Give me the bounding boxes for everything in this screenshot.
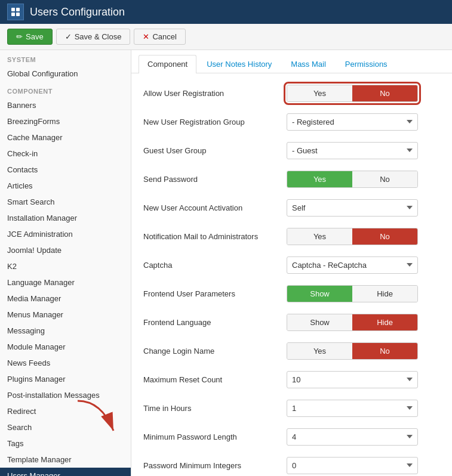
sidebar-item-joomla-update[interactable]: Joomla! Update <box>0 242 131 258</box>
toggle-send-password[interactable]: Yes No <box>287 171 418 188</box>
sidebar-item-media-manager[interactable]: Media Manager <box>0 290 131 307</box>
field-frontend-language: Frontend Language Show Hide <box>143 312 440 332</box>
content-area: Component User Notes History Mass Mail P… <box>131 50 452 476</box>
control-frontend-language: Show Hide <box>287 314 440 331</box>
field-maximum-reset-count: Maximum Reset Count 01235 101520 <box>143 369 440 390</box>
control-notification-mail: Yes No <box>287 228 440 245</box>
control-maximum-reset-count: 01235 101520 <box>287 371 440 388</box>
field-guest-user-group: Guest User Group - Guest Guest Public <box>143 140 440 160</box>
select-new-user-account-activation[interactable]: None Self Administrator <box>287 199 418 217</box>
label-frontend-user-parameters: Frontend User Parameters <box>143 289 287 298</box>
select-minimum-password-length[interactable]: 04681012 <box>287 428 418 446</box>
save-button[interactable]: ✏ Save <box>7 29 53 45</box>
top-bar: Users Configuration <box>0 0 452 24</box>
tab-permissions[interactable]: Permissions <box>336 55 396 73</box>
toggle-yes-change-login-name[interactable]: Yes <box>287 343 352 359</box>
save-close-button[interactable]: ✓ Save & Close <box>56 29 131 45</box>
tabs-bar: Component User Notes History Mass Mail P… <box>131 50 452 73</box>
toggle-frontend-language[interactable]: Show Hide <box>287 314 418 331</box>
control-frontend-user-parameters: Show Hide <box>287 285 440 302</box>
field-new-user-registration-group: New User Registration Group - Registered… <box>143 112 440 132</box>
toggle-no-allow-user-registration[interactable]: No <box>352 85 417 101</box>
toggle-hide-frontend-user-parameters[interactable]: Hide <box>352 286 417 302</box>
sidebar-item-installation-manager[interactable]: Installation Manager <box>0 210 131 226</box>
checkmark-icon: ✓ <box>65 32 72 41</box>
tab-component[interactable]: Component <box>139 55 196 73</box>
system-section-label: SYSTEM <box>0 50 131 66</box>
select-maximum-reset-count[interactable]: 01235 101520 <box>287 371 418 388</box>
select-guest-user-group[interactable]: - Guest Guest Public <box>287 142 418 159</box>
sidebar-item-check-in[interactable]: Check-in <box>0 146 131 162</box>
label-maximum-reset-count: Maximum Reset Count <box>143 375 287 384</box>
sidebar-item-articles[interactable]: Articles <box>0 178 131 194</box>
toggle-no-send-password[interactable]: No <box>352 171 417 187</box>
svg-rect-0 <box>11 8 15 11</box>
cancel-button[interactable]: ✕ Cancel <box>134 29 185 45</box>
field-password-minimum-integers: Password Minimum Integers 01234 <box>143 455 440 475</box>
control-new-user-account-activation: None Self Administrator <box>287 199 440 217</box>
field-captcha: Captcha - Use Default - Captcha - ReCapt… <box>143 255 440 275</box>
sidebar-item-cache-manager[interactable]: Cache Manager <box>0 129 131 146</box>
field-minimum-password-length: Minimum Password Length 04681012 <box>143 426 440 447</box>
app-icon <box>7 4 24 20</box>
label-send-password: Send Password <box>143 175 287 184</box>
control-allow-user-registration: Yes No <box>287 85 440 102</box>
sidebar-item-news-feeds[interactable]: News Feeds <box>0 355 131 371</box>
sidebar-item-k2[interactable]: K2 <box>0 258 131 274</box>
sidebar-item-breezing-forms[interactable]: BreezingForms <box>0 113 131 129</box>
svg-rect-1 <box>16 8 20 11</box>
field-frontend-user-parameters: Frontend User Parameters Show Hide <box>143 283 440 304</box>
sidebar-item-post-installation-messages[interactable]: Post-installation Messages <box>0 387 131 403</box>
field-allow-user-registration: Allow User Registration Yes No <box>143 83 440 103</box>
toggle-show-frontend-language[interactable]: Show <box>287 314 352 330</box>
sidebar-item-search[interactable]: Search <box>0 419 131 435</box>
control-captcha: - Use Default - Captcha - ReCaptcha <box>287 256 440 274</box>
label-minimum-password-length: Minimum Password Length <box>143 432 287 441</box>
label-time-in-hours: Time in Hours <box>143 404 287 413</box>
toggle-allow-user-registration[interactable]: Yes No <box>287 85 418 102</box>
main-layout: SYSTEM Global Configuration COMPONENT Ba… <box>0 50 452 476</box>
field-new-user-account-activation: New User Account Activation None Self Ad… <box>143 197 440 218</box>
toggle-no-change-login-name[interactable]: No <box>352 343 417 359</box>
sidebar-item-jce-administration[interactable]: JCE Administration <box>0 226 131 242</box>
toggle-yes-send-password[interactable]: Yes <box>287 171 352 187</box>
sidebar-item-tags[interactable]: Tags <box>0 435 131 452</box>
label-allow-user-registration: Allow User Registration <box>143 89 287 98</box>
sidebar-item-banners[interactable]: Banners <box>0 97 131 113</box>
sidebar-item-plugins-manager[interactable]: Plugins Manager <box>0 371 131 387</box>
sidebar-item-redirect[interactable]: Redirect <box>0 403 131 419</box>
sidebar-item-contacts[interactable]: Contacts <box>0 162 131 178</box>
label-new-user-registration-group: New User Registration Group <box>143 118 287 126</box>
sidebar: SYSTEM Global Configuration COMPONENT Ba… <box>0 50 131 476</box>
sidebar-item-module-manager[interactable]: Module Manager <box>0 339 131 355</box>
toggle-notification-mail[interactable]: Yes No <box>287 228 418 245</box>
svg-rect-2 <box>11 13 15 16</box>
label-change-login-name: Change Login Name <box>143 347 287 356</box>
component-section-label: COMPONENT <box>0 82 131 97</box>
x-icon: ✕ <box>143 32 149 41</box>
sidebar-item-language-manager[interactable]: Language Manager <box>0 274 131 290</box>
field-time-in-hours: Time in Hours 12361224 <box>143 398 440 418</box>
toggle-frontend-user-parameters[interactable]: Show Hide <box>287 285 418 302</box>
sidebar-item-template-manager[interactable]: Template Manager <box>0 452 131 468</box>
sidebar-item-messaging[interactable]: Messaging <box>0 323 131 339</box>
select-password-minimum-integers[interactable]: 01234 <box>287 457 418 474</box>
toggle-hide-frontend-language[interactable]: Hide <box>352 314 417 330</box>
select-captcha[interactable]: - Use Default - Captcha - ReCaptcha <box>287 256 418 274</box>
toggle-change-login-name[interactable]: Yes No <box>287 342 418 360</box>
control-minimum-password-length: 04681012 <box>287 428 440 446</box>
toggle-no-notification-mail[interactable]: No <box>352 228 417 245</box>
sidebar-item-menus-manager[interactable]: Menus Manager <box>0 307 131 323</box>
toggle-yes-notification-mail[interactable]: Yes <box>287 228 352 245</box>
control-guest-user-group: - Guest Guest Public <box>287 142 440 159</box>
tab-mass-mail[interactable]: Mass Mail <box>282 55 335 73</box>
sidebar-item-global-configuration[interactable]: Global Configuration <box>0 66 131 82</box>
sidebar-item-users-manager[interactable]: Users Manager <box>0 468 131 476</box>
tab-user-notes-history[interactable]: User Notes History <box>198 55 281 73</box>
sidebar-item-smart-search[interactable]: Smart Search <box>0 194 131 210</box>
toggle-yes-allow-user-registration[interactable]: Yes <box>287 85 352 101</box>
control-time-in-hours: 12361224 <box>287 400 440 417</box>
toggle-show-frontend-user-parameters[interactable]: Show <box>287 286 352 302</box>
select-new-user-registration-group[interactable]: - Registered Administrator Editor <box>287 113 418 131</box>
select-time-in-hours[interactable]: 12361224 <box>287 400 418 417</box>
